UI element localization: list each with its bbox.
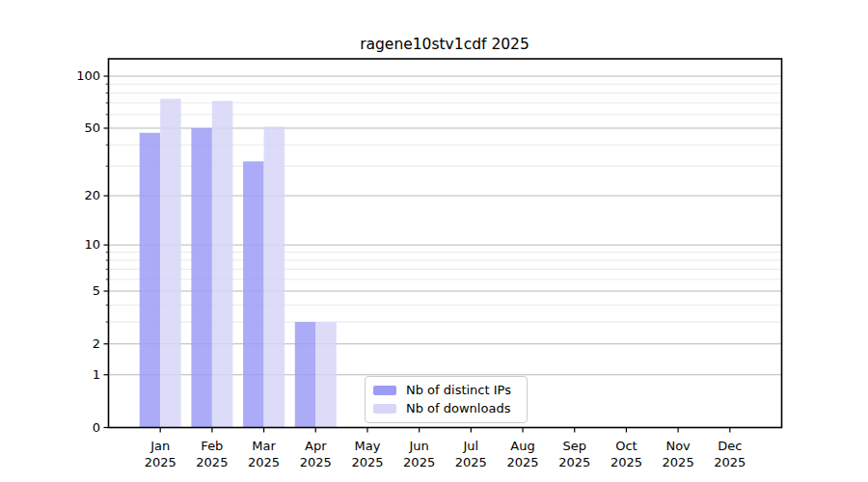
x-tick-label-year: 2025: [196, 455, 228, 469]
bar-nb-of-downloads-jan: [160, 99, 181, 428]
x-tick-label-year: 2025: [610, 455, 642, 469]
x-tick-label-year: 2025: [663, 455, 694, 469]
x-tick-label-month: Oct: [615, 439, 637, 453]
y-tick-label: 20: [84, 188, 100, 202]
y-tick-label: 100: [76, 68, 100, 83]
x-tick-label-month: Jan: [149, 439, 170, 453]
legend-swatch-distinct-ips: [373, 386, 396, 395]
x-tick-label-month: Feb: [201, 439, 223, 453]
bar-nb-of-downloads-apr: [315, 322, 337, 427]
bar-nb-of-distinct-ips-feb: [191, 128, 212, 428]
legend-label-downloads: Nb of downloads: [406, 402, 510, 415]
legend: Nb of distinct IPs Nb of downloads: [365, 376, 528, 423]
x-tick-label-year: 2025: [455, 455, 487, 469]
legend-swatch-downloads: [373, 404, 396, 414]
bar-nb-of-distinct-ips-apr: [295, 322, 316, 427]
legend-label-distinct-ips: Nb of distinct IPs: [406, 384, 511, 397]
bar-nb-of-distinct-ips-mar: [243, 161, 263, 427]
bar-nb-of-distinct-ips-jan: [140, 133, 161, 428]
x-tick-label-month: Apr: [305, 439, 327, 453]
y-tick-label: 50: [84, 120, 100, 135]
x-tick-label-month: Sep: [562, 439, 586, 453]
y-tick-label: 1: [93, 367, 100, 382]
legend-item-distinct-ips: Nb of distinct IPs: [373, 384, 527, 397]
x-tick-label-year: 2025: [145, 455, 176, 469]
x-tick-label-month: Jul: [463, 439, 479, 453]
x-tick-label-month: Mar: [252, 439, 276, 453]
y-tick-label: 2: [93, 336, 100, 351]
bar-nb-of-downloads-feb: [212, 101, 233, 428]
x-tick-label-year: 2025: [351, 455, 383, 469]
y-tick-label: 10: [84, 237, 100, 252]
x-tick-label-year: 2025: [714, 455, 746, 469]
x-tick-label-month: Nov: [665, 439, 691, 453]
x-tick-label-year: 2025: [300, 455, 332, 469]
bar-nb-of-downloads-mar: [264, 126, 285, 427]
x-tick-label-month: Jun: [408, 439, 428, 453]
legend-item-downloads: Nb of downloads: [373, 402, 527, 415]
x-tick-label-month: Dec: [718, 439, 742, 453]
x-tick-label-year: 2025: [506, 455, 538, 469]
x-tick-label-month: Aug: [510, 439, 534, 453]
y-tick-label: 0: [93, 420, 100, 435]
x-tick-label-year: 2025: [248, 455, 280, 469]
y-tick-label: 5: [93, 283, 100, 298]
x-tick-label-year: 2025: [558, 455, 590, 469]
chart-figure: ragene10stv1cdf 2025 Jan2025Feb2025Mar20…: [0, 0, 868, 482]
x-tick-label-month: May: [355, 439, 381, 453]
x-tick-label-year: 2025: [403, 455, 435, 469]
